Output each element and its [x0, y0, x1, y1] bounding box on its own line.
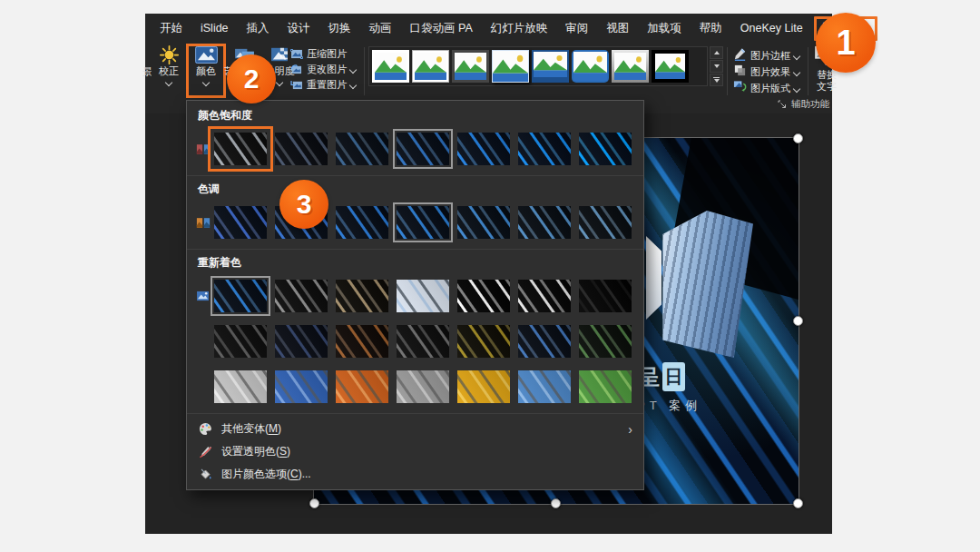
- picture-style-5-thick-blue-bottom-frame[interactable]: [532, 50, 569, 83]
- recolor-swatch-3[interactable]: [332, 276, 392, 316]
- swatch-thumb: [214, 325, 267, 358]
- recolor-swatch-7[interactable]: [575, 276, 635, 316]
- picture-style-7-metal-frame[interactable]: [612, 50, 649, 83]
- recolor-swatch-12[interactable]: [454, 321, 514, 361]
- swatch-thumb: [579, 280, 632, 312]
- picture-effects-button[interactable]: 图片效果: [733, 64, 806, 80]
- tone-swatch-7[interactable]: [575, 202, 635, 242]
- tone-swatch-3[interactable]: [332, 202, 392, 242]
- compress-picture-icon: [290, 46, 303, 63]
- corrections-button[interactable]: 校正: [151, 45, 187, 96]
- recolor-swatch-11[interactable]: [393, 321, 453, 361]
- swatch-thumb: [579, 206, 632, 239]
- tone-swatch-5[interactable]: [454, 202, 514, 242]
- saturation-swatch-7[interactable]: [575, 129, 635, 169]
- recolor-swatch-row-1: [187, 273, 643, 319]
- recolor-swatch-14[interactable]: [575, 321, 635, 361]
- menu-item-label: 图片颜色选项(C)...: [221, 467, 311, 482]
- recolor-swatch-21[interactable]: [575, 367, 635, 407]
- gallery-scroll-controls: [710, 46, 723, 86]
- swatch-thumb: [275, 370, 328, 403]
- recolor-swatch-16[interactable]: [271, 367, 331, 407]
- tone-swatch-4[interactable]: [393, 202, 453, 242]
- compress-picture-button[interactable]: 压缩图片: [290, 46, 365, 62]
- recolor-swatch-13[interactable]: [514, 321, 574, 361]
- tab-5[interactable]: 切换: [319, 16, 360, 41]
- reset-picture-button[interactable]: 重置图片: [290, 77, 365, 93]
- saturation-swatch-row-1: [187, 126, 643, 172]
- picture-style-4-drop-shadow-picture[interactable]: [492, 50, 529, 83]
- swatch-thumb: [457, 325, 510, 358]
- tab-9[interactable]: 审阅: [556, 16, 597, 41]
- tab-11[interactable]: 加载项: [638, 16, 691, 41]
- tab-3[interactable]: 插入: [238, 16, 279, 41]
- handle-bottom-middle[interactable]: [551, 498, 561, 508]
- gallery-more-button[interactable]: [710, 74, 723, 86]
- handle-right-middle[interactable]: [793, 316, 803, 326]
- recolor-swatch-9[interactable]: [271, 321, 331, 361]
- color-button[interactable]: 颜色: [188, 45, 224, 96]
- handle-top-right[interactable]: [793, 133, 803, 143]
- swatch-thumb: [336, 370, 388, 403]
- tab-8[interactable]: 幻灯片放映: [482, 16, 557, 41]
- recolor-swatch-17[interactable]: [332, 367, 392, 407]
- recolor-swatch-18[interactable]: [393, 367, 453, 407]
- tab-12[interactable]: 帮助: [691, 16, 731, 41]
- recolor-swatch-4[interactable]: [393, 276, 453, 316]
- menu-item-set-transparent-color[interactable]: 设置透明色(S): [187, 440, 643, 463]
- chevron-down-icon: [349, 66, 357, 74]
- recolor-swatch-19[interactable]: [454, 367, 514, 407]
- chevron-down-icon: [793, 52, 800, 59]
- saturation-swatch-4[interactable]: [393, 129, 453, 169]
- picture-style-6-rounded-blue-frame[interactable]: [572, 50, 609, 83]
- handle-bottom-left[interactable]: [309, 498, 319, 508]
- tone-section-label: 色调: [187, 176, 643, 200]
- picture-layout-button[interactable]: 图片版式: [733, 80, 806, 96]
- reset-picture-label: 重置图片: [307, 78, 347, 92]
- submenu-arrow-icon: ›: [628, 422, 632, 437]
- tab-13[interactable]: OneKey Lite: [731, 16, 812, 41]
- saturation-swatch-6[interactable]: [514, 129, 574, 169]
- swatch-thumb: [397, 370, 449, 403]
- menu-section-recolor: 重新着色: [187, 250, 643, 414]
- menu-item-label: 其他变体(M): [221, 421, 281, 437]
- sun-icon: [160, 45, 179, 64]
- swatch-thumb: [275, 133, 328, 165]
- tab-7[interactable]: 口袋动画 PA: [401, 16, 482, 41]
- tab-10[interactable]: 视图: [597, 16, 638, 41]
- picture-style-3-soft-edge-dark[interactable]: [452, 50, 489, 83]
- recolor-swatch-8[interactable]: [211, 321, 270, 361]
- picture-style-2-beveled-white-frame[interactable]: [412, 50, 449, 83]
- tab-2[interactable]: iSlide: [191, 16, 238, 41]
- recolor-swatch-6[interactable]: [514, 276, 574, 316]
- recolor-swatch-10[interactable]: [332, 321, 392, 361]
- recolor-swatch-5[interactable]: [454, 276, 514, 316]
- recolor-swatch-20[interactable]: [514, 367, 574, 407]
- picture-style-1-simple-white-frame[interactable]: [372, 50, 409, 83]
- saturation-swatch-3[interactable]: [332, 129, 392, 169]
- chevron-down-icon: [349, 82, 357, 89]
- picture-border-button[interactable]: 图片边框: [733, 47, 806, 64]
- change-picture-button[interactable]: 更改图片: [290, 62, 365, 77]
- handle-bottom-right[interactable]: [793, 498, 803, 508]
- tab-1[interactable]: 开始: [151, 16, 191, 41]
- saturation-swatch-2[interactable]: [271, 129, 331, 169]
- saturation-swatch-5[interactable]: [454, 129, 514, 169]
- picture-style-8-black-frame[interactable]: [652, 50, 689, 83]
- recolor-swatch-15[interactable]: [211, 367, 270, 407]
- saturation-swatch-1[interactable]: [211, 129, 270, 169]
- tab-6[interactable]: 动画: [360, 16, 401, 41]
- swatch-thumb: [336, 133, 388, 165]
- menu-item-picture-color-options[interactable]: 图片颜色选项(C)...: [187, 463, 643, 486]
- gallery-scroll-up-button[interactable]: [710, 46, 723, 59]
- tab-4[interactable]: 设计: [279, 16, 319, 41]
- recolor-swatch-1[interactable]: [211, 276, 270, 316]
- menu-item-more-variants[interactable]: 其他变体(M)›: [187, 418, 643, 440]
- triangle-down-icon: [714, 79, 720, 83]
- recolor-swatch-2[interactable]: [271, 276, 331, 316]
- gallery-scroll-down-button[interactable]: [710, 60, 723, 73]
- swatch-thumb: [457, 133, 510, 165]
- tone-swatch-1[interactable]: [211, 202, 270, 242]
- dialog-launcher-icon[interactable]: [778, 96, 787, 113]
- tone-swatch-6[interactable]: [514, 202, 574, 242]
